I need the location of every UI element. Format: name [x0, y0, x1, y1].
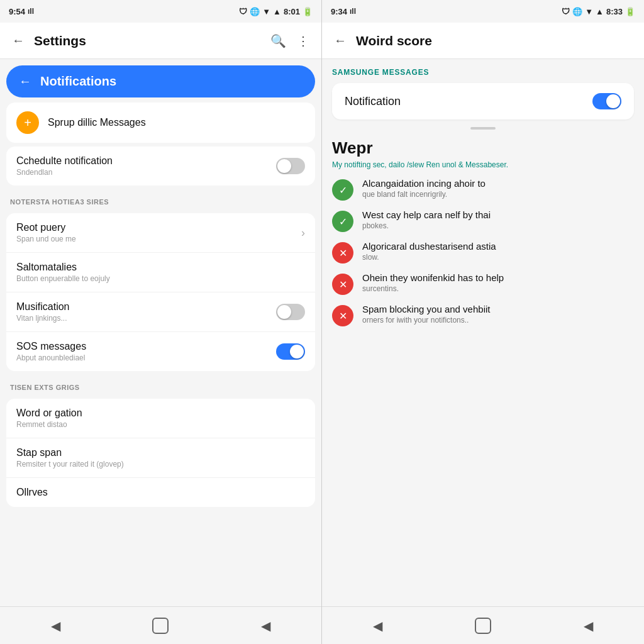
right-battery-time: 8:33 [606, 7, 623, 16]
right-shield-icon: 🛡 [562, 7, 570, 16]
left-nav-recent-button[interactable]: ◀ [252, 612, 280, 640]
search-icon: 🔍 [270, 33, 286, 48]
left-wifi-icon: ▼ [262, 7, 270, 16]
right-app-bar: ← Woird score [322, 23, 644, 59]
feature-item-3: ✕ Ohein they wonifenkid has to help surc… [332, 272, 634, 295]
right-signal: ıll [350, 7, 356, 16]
right-nav-recent-button[interactable]: ◀ [575, 612, 602, 640]
new-message-title: Sprup dillic Messages [48, 117, 305, 128]
word-or-gation-item[interactable]: Word or gation Remmet distao [6, 399, 315, 438]
feature-item-4: ✕ Spam blocking you and vehbiit orners f… [332, 304, 634, 326]
bottom-sheet-handle [470, 127, 496, 130]
right-panel-content: SAMSUNGE MESSAGES Notification Wepr My n… [322, 59, 644, 606]
schedule-notif-toggle[interactable] [276, 158, 305, 174]
sos-messages-toggle[interactable] [276, 343, 305, 360]
feature-title-0: Alcangaidation incing ahoir to [362, 178, 486, 189]
feature-sub-4: orners for iwith your notifictons.. [362, 316, 490, 325]
section1-card: Reot puery Span und oue me › Saltomatali… [6, 213, 315, 371]
right-back-button[interactable]: ← [331, 31, 350, 50]
saltomatalies-item[interactable]: Saltomatalies Button enpuerablle to eoju… [6, 253, 315, 292]
schedule-notif-text: Cchedulte notification Sndendlan [16, 155, 270, 177]
feature-icon-3: ✕ [332, 274, 353, 295]
word-or-gation-text: Word or gation Remmet distao [16, 408, 305, 429]
feature-title-3: Ohein they wonifenkid has to help [362, 272, 504, 283]
right-battery-icon: 🔋 [625, 7, 635, 16]
left-nav-bar: ◀ ◀ [0, 606, 321, 644]
right-nav-recent-icon: ◀ [584, 618, 593, 633]
ollrves-title: Ollrves [16, 487, 305, 498]
left-more-button[interactable]: ⋮ [294, 31, 313, 50]
feature-text-3: Ohein they wonifenkid has to help surcen… [362, 272, 504, 293]
right-status-right: 🛡 🌐 ▼ ▲ 8:33 🔋 [562, 7, 635, 16]
schedule-notif-card: Cchedulte notification Sndendlan [6, 147, 315, 186]
saltomatalies-text: Saltomatalies Button enpuerablle to eoju… [16, 262, 305, 283]
reot-puery-item[interactable]: Reot puery Span und oue me › [6, 213, 315, 253]
schedule-notif-sub: Sndendlan [16, 168, 270, 177]
feature-sub-1: pbokes. [362, 221, 491, 230]
stap-span-item[interactable]: Stap span Remsiter t your raited it (glo… [6, 438, 315, 478]
left-status-bar: 9:54 ıll 🛡 🌐 ▼ ▲ 8:01 🔋 [0, 0, 321, 23]
reot-puery-title: Reot puery [16, 222, 295, 233]
left-battery-icon: 🔋 [303, 7, 313, 16]
right-nav-home-button[interactable] [475, 618, 491, 634]
musification-toggle[interactable] [276, 304, 305, 320]
reot-puery-arrow-icon: › [301, 226, 305, 240]
notif-banner-back-icon: ← [19, 74, 31, 89]
feature-item-1: ✓ West cay help cara nelf by thai pbokes… [332, 209, 634, 232]
feature-text-4: Spam blocking you and vehbiit orners for… [362, 304, 490, 325]
new-message-item[interactable]: + Sprup dillic Messages [6, 103, 315, 143]
musification-text: Musification Vitan ljnkings... [16, 301, 270, 323]
right-nav-back-button[interactable]: ◀ [364, 612, 391, 640]
left-nav-back-button[interactable]: ◀ [42, 612, 69, 640]
word-or-gation-title: Word or gation [16, 408, 305, 419]
sos-messages-title: SOS messages [16, 341, 270, 352]
saltomatalies-sub: Button enpuerablle to eojuly [16, 274, 305, 283]
right-status-bar: 9:34 ıll 🛡 🌐 ▼ ▲ 8:33 🔋 [322, 0, 644, 23]
left-nav-home-button[interactable] [152, 618, 169, 634]
feature-sub-0: que bland falt incenrigrily. [362, 190, 486, 199]
right-panel: 9:34 ıll 🛡 🌐 ▼ ▲ 8:33 🔋 ← Woird score SA… [322, 0, 644, 644]
feature-sub-2: slow. [362, 253, 496, 262]
ollrves-item[interactable]: Ollrves [6, 478, 315, 507]
left-search-button[interactable]: 🔍 [269, 31, 287, 50]
schedule-notif-title: Cchedulte notification [16, 155, 270, 167]
left-panel: 9:54 ıll 🛡 🌐 ▼ ▲ 8:01 🔋 ← Settings 🔍 ⋮ ←… [0, 0, 322, 644]
sos-messages-sub: Abput anounblediael [16, 353, 270, 362]
notification-card-title: Notification [345, 95, 401, 108]
reot-puery-sub: Span und oue me [16, 235, 295, 243]
musification-item[interactable]: Musification Vitan ljnkings... [6, 292, 315, 332]
feature-item-2: ✕ Algoricaral dushestarisend astia slow. [332, 241, 634, 264]
samsung-section-title: SAMSUNGE MESSAGES [332, 68, 634, 77]
ollrves-text: Ollrves [16, 487, 305, 498]
left-back-button[interactable]: ← [9, 31, 28, 50]
notification-toggle[interactable] [592, 93, 621, 109]
sos-messages-item[interactable]: SOS messages Abput anounblediael [6, 332, 315, 371]
left-signal: ıll [28, 7, 34, 16]
stap-span-sub: Remsiter t your raited it (glovep) [16, 460, 305, 469]
left-status-right: 🛡 🌐 ▼ ▲ 8:01 🔋 [239, 7, 313, 16]
feature-icon-0: ✓ [332, 179, 353, 201]
left-globe-icon: 🌐 [250, 7, 260, 16]
right-app-title: Woird score [356, 33, 635, 48]
right-nav-back-icon: ◀ [373, 618, 382, 633]
notif-banner-title: Notifications [40, 74, 116, 89]
feature-title-4: Spam blocking you and vehbiit [362, 304, 490, 314]
more-icon: ⋮ [297, 33, 309, 48]
left-nav-back-icon: ◀ [51, 618, 60, 633]
musification-sub: Vitan ljnkings... [16, 314, 270, 323]
wepr-title: Wepr [332, 138, 634, 158]
feature-sub-3: surcentins. [362, 284, 504, 293]
schedule-notif-item[interactable]: Cchedulte notification Sndendlan [6, 147, 315, 186]
right-nav-bar: ◀ ◀ [322, 606, 644, 644]
section1-header: NOTERSTA HOTIEA3 SIRES [0, 189, 321, 209]
musification-title: Musification [16, 301, 270, 313]
left-time: 9:54 [9, 7, 25, 16]
section2-card: Word or gation Remmet distao Stap span R… [6, 399, 315, 507]
notifications-banner[interactable]: ← Notifications [6, 65, 315, 97]
notification-toggle-card: Notification [332, 83, 634, 119]
left-status-left: 9:54 ıll [9, 7, 34, 16]
left-signal2-icon: ▲ [273, 7, 281, 16]
feature-icon-4: ✕ [332, 305, 353, 326]
word-or-gation-sub: Remmet distao [16, 420, 305, 429]
feature-text-2: Algoricaral dushestarisend astia slow. [362, 241, 496, 262]
